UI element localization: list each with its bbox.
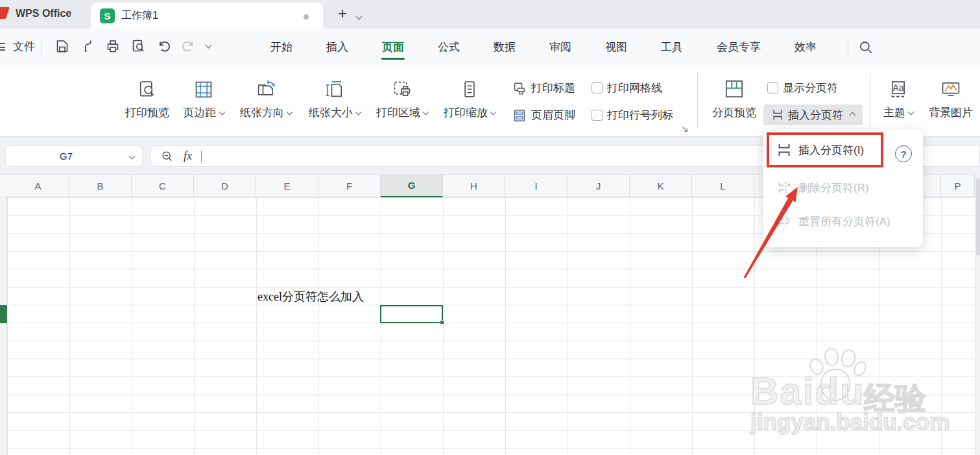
themes-button[interactable]: Aa 主题	[877, 74, 920, 120]
header-footer-icon	[512, 108, 527, 123]
print-icon[interactable]	[105, 38, 121, 54]
redo-icon[interactable]	[181, 38, 197, 54]
selected-cell-g7[interactable]	[380, 305, 443, 323]
name-box-value: G7	[6, 151, 126, 162]
col-header-k[interactable]: K	[630, 175, 692, 197]
col-header-e[interactable]: E	[256, 175, 318, 197]
watermark-url: jingyan.baidu.com	[750, 409, 950, 435]
name-box-chevron[interactable]	[129, 153, 136, 160]
col-header-p[interactable]: P	[941, 175, 975, 197]
paper-size-icon	[324, 79, 345, 100]
fx-icon[interactable]: fx	[184, 149, 192, 163]
tab-efficiency[interactable]: 效率	[778, 29, 833, 65]
wps-logo-icon	[0, 7, 10, 19]
print-scaling-button[interactable]: 打印缩放	[437, 74, 502, 120]
tab-insert[interactable]: 插入	[309, 29, 365, 65]
row-header-strip[interactable]	[0, 197, 7, 455]
wps-spreadsheet-window: WPS Office S 工作簿1 + 文件	[0, 0, 980, 455]
text-cursor	[201, 151, 202, 162]
tab-home[interactable]: 开始	[254, 29, 309, 65]
cell-e6-text[interactable]: excel分页符怎么加入	[257, 288, 364, 306]
themes-icon: Aa	[888, 79, 909, 100]
print-preview-large-icon	[137, 79, 158, 100]
toolbar-more-chevron[interactable]	[206, 40, 211, 52]
checkbox-icon	[592, 110, 603, 121]
orientation-button[interactable]: 纸张方向	[233, 74, 298, 120]
print-scaling-icon	[459, 79, 480, 100]
spreadsheet-icon: S	[100, 8, 115, 23]
vertical-scrollbar[interactable]	[975, 174, 980, 455]
tab-formulas[interactable]: 公式	[421, 29, 477, 65]
fill-handle[interactable]	[440, 320, 444, 325]
background-image-button[interactable]: 背景图片	[925, 74, 977, 120]
paper-size-button[interactable]: 纸张大小	[302, 74, 367, 120]
svg-text:Aa: Aa	[893, 83, 904, 93]
red-arrow-annotation	[732, 170, 816, 290]
print-area-icon	[392, 79, 412, 100]
col-header-b[interactable]: B	[69, 175, 132, 197]
col-header-h[interactable]: H	[443, 175, 505, 197]
insert-page-break-button[interactable]: 插入分页符	[763, 105, 863, 125]
document-title: 工作簿1	[121, 9, 158, 23]
print-preview-button[interactable]: 打印预览	[121, 74, 174, 120]
print-titles-icon	[512, 81, 527, 95]
dialog-launcher-icon[interactable]	[681, 125, 689, 134]
margins-icon	[193, 79, 214, 100]
col-header-g-selected[interactable]: G	[381, 175, 443, 197]
name-box[interactable]: G7	[5, 145, 143, 167]
unsaved-dot-icon	[304, 14, 309, 19]
tab-data[interactable]: 数据	[477, 29, 532, 65]
file-menu[interactable]: 文件	[13, 39, 35, 54]
search-icon[interactable]	[857, 39, 874, 56]
menu-bar: 文件	[0, 29, 980, 65]
new-tab-button[interactable]: +	[334, 4, 351, 23]
help-icon[interactable]: ?	[895, 145, 912, 162]
print-preview-icon[interactable]	[130, 38, 146, 54]
tab-page[interactable]: 页面	[365, 29, 421, 65]
orientation-icon	[255, 79, 277, 100]
document-tab[interactable]: S 工作簿1	[91, 3, 323, 29]
col-header-a[interactable]: A	[7, 175, 69, 197]
page-break-preview-button[interactable]: 分页预览	[710, 74, 759, 120]
checkbox-icon	[767, 82, 778, 93]
print-area-button[interactable]: 打印区域	[370, 74, 435, 120]
col-header-d[interactable]: D	[194, 175, 256, 197]
save-icon[interactable]	[54, 38, 70, 54]
col-header-c[interactable]: C	[132, 175, 194, 197]
undo-icon[interactable]	[156, 38, 171, 54]
col-header-j[interactable]: J	[568, 175, 630, 197]
page-break-icon	[771, 108, 784, 121]
col-header-f[interactable]: F	[318, 175, 381, 197]
header-footer-button[interactable]: 页眉页脚	[512, 108, 575, 123]
col-header-i[interactable]: I	[505, 175, 568, 197]
show-page-breaks-checkbox[interactable]: 显示分页符	[767, 80, 838, 95]
paw-print-icon	[809, 348, 867, 406]
export-icon[interactable]	[80, 38, 95, 54]
page-break-preview-icon	[723, 78, 745, 100]
selected-row-marker	[0, 305, 7, 323]
ribbon: 打印预览 页边距 纸张方向	[0, 65, 980, 137]
quick-access-toolbar	[54, 38, 211, 54]
main-menu-icon[interactable]	[0, 43, 5, 51]
background-image-icon	[940, 79, 962, 100]
tab-view[interactable]: 视图	[588, 29, 644, 65]
app-name: WPS Office	[16, 8, 71, 19]
tab-review[interactable]: 审阅	[532, 29, 588, 65]
margins-button[interactable]: 页边距	[178, 74, 230, 120]
tab-member[interactable]: 会员专享	[700, 29, 778, 65]
zoom-out-icon[interactable]	[160, 149, 174, 164]
tab-tools[interactable]: 工具	[644, 29, 700, 65]
tab-list-chevron[interactable]	[357, 12, 361, 23]
red-annotation-box	[767, 132, 883, 167]
ribbon-tabs: 开始 插入 页面 公式 数据 审阅 视图 工具 会员专享 效率	[254, 29, 833, 65]
title-bar: WPS Office S 工作簿1 +	[0, 0, 980, 29]
print-titles-button[interactable]: 打印标题	[512, 80, 575, 95]
scrollbar-thumb[interactable]	[976, 178, 980, 256]
print-gridlines-checkbox[interactable]: 打印网格线	[592, 80, 662, 95]
checkbox-icon	[592, 82, 603, 93]
print-headings-checkbox[interactable]: 打印行号列标	[592, 108, 673, 123]
